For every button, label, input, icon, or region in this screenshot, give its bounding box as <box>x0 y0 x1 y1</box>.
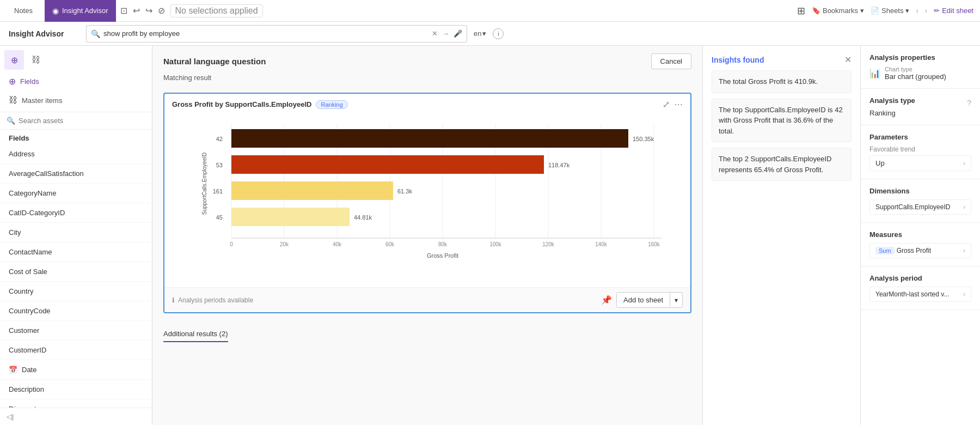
sidebar-tabs: ⊕ ⛓ <box>0 46 152 70</box>
sidebar-field-item[interactable]: Country <box>0 282 152 301</box>
cancel-button[interactable]: Cancel <box>651 53 691 69</box>
pin-icon[interactable]: 📌 <box>601 295 612 305</box>
fields-nav-label: Fields <box>20 77 39 86</box>
measure-item[interactable]: Sum Gross Profit › <box>869 243 971 258</box>
additional-results-section: Additional results (2) <box>163 322 691 342</box>
grid-icon[interactable]: ⊞ <box>797 5 805 17</box>
nav-forward-icon[interactable]: › <box>925 7 927 15</box>
add-to-sheet-label[interactable]: Add to sheet <box>617 293 670 307</box>
sheets-btn[interactable]: 📄 Sheets ▾ <box>871 7 909 15</box>
mic-icon[interactable]: 🎤 <box>454 29 462 38</box>
field-label: Description <box>9 385 44 393</box>
bar-161 <box>231 181 393 200</box>
sidebar-field-item[interactable]: City <box>0 223 152 242</box>
search-bar-icons: ✕ → 🎤 <box>432 29 462 38</box>
lang-label: en <box>474 29 481 38</box>
sidebar-field-item[interactable]: Discount <box>0 399 152 408</box>
dimensions-label: Dimensions <box>869 187 971 195</box>
field-label: CategoryName <box>9 189 56 197</box>
language-selector[interactable]: en ▾ <box>474 29 486 38</box>
dimension-chevron: › <box>963 203 965 211</box>
redo-icon[interactable]: ↪ <box>145 5 152 16</box>
sidebar-nav-fields[interactable]: ⊕ Fields <box>0 72 152 91</box>
page-title: Insight Advisor <box>9 29 79 38</box>
analysis-properties-section: Analysis properties 📊 Chart type Bar cha… <box>861 46 980 89</box>
sidebar-search-input[interactable] <box>19 117 145 125</box>
sidebar-tab-master[interactable]: ⛓ <box>26 50 46 70</box>
sidebar-tab-fields[interactable]: ⊕ <box>4 50 24 70</box>
bar-chart-icon: 📊 <box>869 68 880 78</box>
info-button[interactable]: i <box>493 28 504 39</box>
svg-text:53: 53 <box>216 162 223 168</box>
sidebar-field-item[interactable]: Address <box>0 144 152 164</box>
expand-icon[interactable]: ⤢ <box>663 99 670 110</box>
sidebar-field-item[interactable]: 📅Date <box>0 360 152 380</box>
ranking-badge: Ranking <box>316 100 347 109</box>
svg-text:45: 45 <box>216 214 223 221</box>
chart-title: Gross Profit by SupportCalls.EmployeeID … <box>172 100 348 109</box>
second-bar: Insight Advisor 🔍 ✕ → 🎤 en ▾ i <box>0 22 980 46</box>
tab-insight-advisor[interactable]: ◉ Insight Advisor <box>45 0 116 22</box>
right-panel: Analysis properties 📊 Chart type Bar cha… <box>860 46 980 425</box>
analysis-period-value: YearMonth-last sorted v... <box>875 290 949 298</box>
svg-text:160k: 160k <box>648 241 660 247</box>
sheets-chevron: ▾ <box>905 7 909 15</box>
sidebar-search[interactable]: 🔍 <box>0 112 152 130</box>
insights-header: Insights found ✕ <box>712 54 852 65</box>
favorable-trend-selector[interactable]: Up › <box>869 155 971 171</box>
more-options-icon[interactable]: ⋯ <box>674 99 683 110</box>
help-icon[interactable]: ? <box>967 99 971 107</box>
lock-icon[interactable]: ⊘ <box>158 5 165 16</box>
top-bar: Notes ◉ Insight Advisor ⊡ ↩ ↪ ⊘ No selec… <box>0 0 980 22</box>
field-label: CatID-CategoryID <box>9 209 65 217</box>
insights-close-btn[interactable]: ✕ <box>844 54 852 65</box>
search-icon: 🔍 <box>91 29 100 38</box>
no-selections-badge: No selections applied <box>170 4 263 17</box>
sidebar-field-item[interactable]: CatID-CategoryID <box>0 203 152 223</box>
measure-tag: Sum <box>875 247 895 254</box>
nav-back-icon[interactable]: ‹ <box>916 7 918 15</box>
insights-panel: Insights found ✕ The total Gross Profit … <box>702 46 860 425</box>
arrow-icon[interactable]: → <box>442 29 449 38</box>
sidebar-collapse-btn[interactable]: ◁| <box>0 408 152 425</box>
tab-insight-label: Insight Advisor <box>62 0 108 22</box>
add-to-sheet-button[interactable]: Add to sheet ▾ <box>616 292 683 308</box>
measure-value: Gross Profit <box>897 247 961 254</box>
analysis-period-selector[interactable]: YearMonth-last sorted v... › <box>869 287 971 302</box>
sidebar-nav-master-items[interactable]: ⛓ Master items <box>0 91 152 110</box>
clear-icon[interactable]: ✕ <box>432 29 438 38</box>
tab-notes[interactable]: Notes <box>7 0 40 22</box>
sidebar-field-item[interactable]: Description <box>0 380 152 399</box>
sidebar-field-item[interactable]: ContactName <box>0 242 152 262</box>
add-to-sheet-dropdown[interactable]: ▾ <box>670 293 682 307</box>
field-label: Cost of Sale <box>9 268 47 276</box>
sidebar-field-item[interactable]: AverageCallSatisfaction <box>0 164 152 184</box>
camera-icon[interactable]: ⊡ <box>120 5 127 16</box>
search-input[interactable] <box>103 29 428 38</box>
search-bar[interactable]: 🔍 ✕ → 🎤 <box>86 25 467 42</box>
edit-sheet-btn[interactable]: ✏ Edit sheet <box>934 7 973 15</box>
analysis-properties-title: Analysis properties <box>869 53 971 62</box>
undo-icon[interactable]: ↩ <box>133 5 140 16</box>
insight-advisor-icon: ◉ <box>52 0 59 22</box>
sidebar-field-item[interactable]: CountryCode <box>0 301 152 321</box>
top-bar-tools: ⊡ ↩ ↪ ⊘ No selections applied <box>120 4 263 17</box>
chart-type-label: Chart type <box>885 66 946 72</box>
lang-chevron: ▾ <box>482 29 486 38</box>
master-nav-label: Master items <box>22 96 62 105</box>
sidebar-field-item[interactable]: Cost of Sale <box>0 262 152 282</box>
chart-type-value: Bar chart (grouped) <box>885 72 946 81</box>
additional-results-tab[interactable]: Additional results (2) <box>163 326 228 342</box>
sidebar-field-item[interactable]: Customer <box>0 321 152 341</box>
favorable-trend-chevron: › <box>963 160 965 167</box>
insight-card: The top 2 SupportCalls.EmployeeID repres… <box>712 148 852 181</box>
bookmarks-btn[interactable]: 🔖 Bookmarks ▾ <box>812 7 864 15</box>
measures-label: Measures <box>869 230 971 239</box>
top-bar-left: Notes ◉ Insight Advisor ⊡ ↩ ↪ ⊘ No selec… <box>7 0 263 22</box>
sidebar-field-item[interactable]: CustomerID <box>0 341 152 360</box>
insights-title: Insights found <box>712 56 764 64</box>
dimension-item[interactable]: SupportCalls.EmployeeID › <box>869 199 971 215</box>
measures-section: Measures Sum Gross Profit › <box>861 223 980 266</box>
field-label: Address <box>9 150 35 158</box>
sidebar-field-item[interactable]: CategoryName <box>0 184 152 203</box>
